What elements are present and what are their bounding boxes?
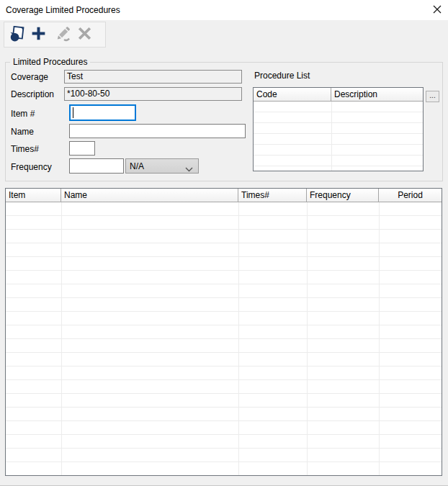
- procedure-list-body[interactable]: [254, 102, 423, 171]
- add-button[interactable]: [29, 24, 48, 45]
- frequency-input[interactable]: [69, 158, 124, 174]
- close-button[interactable]: [429, 2, 445, 18]
- items-col-period[interactable]: Period: [379, 189, 442, 202]
- column-separator: [307, 202, 308, 475]
- column-separator: [331, 102, 332, 171]
- toolbar: [4, 22, 106, 48]
- limited-procedures-groupbox: Limited Procedures Coverage Description …: [5, 62, 443, 181]
- edit-button[interactable]: [53, 24, 72, 45]
- window-title: Coverage Limited Procedures: [6, 5, 120, 15]
- procedure-list-table: Code Description: [253, 87, 424, 171]
- procedure-list-label: Procedure List: [254, 71, 310, 81]
- close-icon: [432, 4, 442, 17]
- browse-procedures-button[interactable]: ...: [426, 91, 439, 102]
- coverage-label: Coverage: [11, 72, 48, 82]
- times-label: Times#: [11, 144, 39, 154]
- column-separator: [379, 202, 380, 475]
- items-col-times[interactable]: Times#: [238, 189, 307, 202]
- item-label: Item #: [11, 109, 35, 119]
- procedure-col-code[interactable]: Code: [254, 88, 331, 102]
- open-record-icon: [8, 24, 26, 45]
- frequency-dropdown[interactable]: N/A: [125, 158, 199, 174]
- coverage-field: Test: [64, 70, 242, 84]
- procedure-col-description[interactable]: Description: [331, 88, 423, 102]
- items-table-header: Item Name Times# Frequency Period: [6, 189, 442, 202]
- dialog-window: Coverage Limited Procedures: [0, 0, 448, 486]
- text-caret: [73, 107, 73, 118]
- add-icon: [30, 24, 48, 45]
- open-record-button[interactable]: [7, 24, 26, 45]
- description-label: Description: [11, 89, 54, 99]
- chevron-down-icon: [185, 164, 193, 174]
- items-col-frequency[interactable]: Frequency: [307, 189, 379, 202]
- frequency-dropdown-value: N/A: [126, 161, 144, 171]
- procedure-list-header: Code Description: [254, 88, 423, 102]
- items-col-name[interactable]: Name: [61, 189, 238, 202]
- name-input[interactable]: [69, 124, 246, 138]
- item-number-input[interactable]: [69, 104, 136, 121]
- times-input[interactable]: [69, 141, 95, 156]
- frequency-label: Frequency: [11, 162, 52, 172]
- limited-procedures-items-table: Item Name Times# Frequency Period: [5, 188, 442, 476]
- column-separator: [238, 202, 239, 475]
- groupbox-label: Limited Procedures: [10, 57, 90, 67]
- delete-button[interactable]: [75, 24, 94, 45]
- delete-x-icon: [76, 24, 94, 45]
- edit-pencil-icon: [54, 24, 72, 45]
- column-separator: [61, 202, 62, 475]
- description-field: *100-80-50: [64, 87, 242, 101]
- title-bar: Coverage Limited Procedures: [0, 0, 448, 20]
- name-label: Name: [11, 127, 34, 137]
- items-table-body[interactable]: [6, 202, 442, 475]
- items-col-item[interactable]: Item: [6, 189, 61, 202]
